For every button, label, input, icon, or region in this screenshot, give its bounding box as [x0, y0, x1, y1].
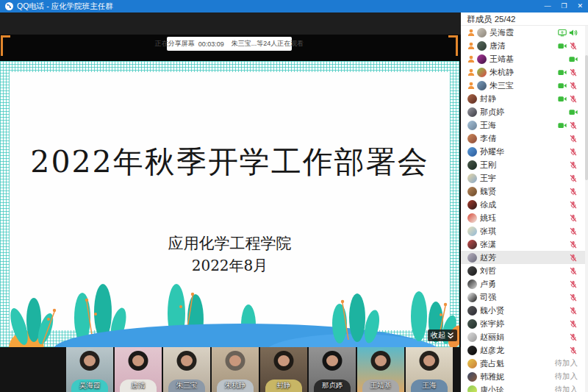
- member-row[interactable]: 王靖基: [461, 52, 585, 65]
- slide-title: 2022年秋季开学工作部署会: [0, 142, 459, 182]
- member-name: 王靖基: [490, 54, 514, 65]
- minimize-button[interactable]: —: [544, 0, 551, 13]
- avatar: [467, 200, 477, 210]
- member-row[interactable]: 朱杭静: [461, 65, 585, 79]
- member-name: 朱三宝: [490, 80, 514, 91]
- member-name: 那贞婷: [480, 107, 504, 118]
- member-row[interactable]: 赵芳: [461, 251, 585, 264]
- member-badge-icon: [467, 29, 475, 36]
- video-tile[interactable]: 朱杭静: [212, 347, 259, 392]
- participant-name: 朱三宝: [163, 381, 210, 391]
- member-status-icons: [558, 68, 578, 76]
- member-badge-icon: [467, 42, 475, 49]
- member-row[interactable]: 司强: [461, 291, 585, 304]
- avatar: [467, 319, 477, 329]
- video-tile[interactable]: 那贞婷: [309, 347, 356, 392]
- member-row[interactable]: 刘哲: [461, 264, 585, 277]
- mic-muted-icon: [569, 293, 578, 302]
- participant-name: 吴海霞: [66, 381, 113, 391]
- member-row[interactable]: 姚珏: [461, 211, 585, 224]
- member-name: 魏贤: [480, 186, 496, 197]
- member-name: 赵丽娟: [480, 332, 504, 343]
- video-tile[interactable]: 封静: [260, 347, 307, 392]
- member-row[interactable]: 王海: [461, 118, 585, 132]
- video-tile[interactable]: 吴海霞: [66, 347, 113, 392]
- member-row[interactable]: 张潇: [461, 238, 585, 251]
- member-row[interactable]: 王刚: [461, 158, 585, 171]
- member-badge-icon: [467, 68, 475, 76]
- member-status-icons: [569, 267, 578, 275]
- mic-muted-icon: [569, 254, 578, 262]
- mic-muted-icon: [569, 82, 578, 90]
- avatar: [467, 187, 477, 196]
- slide-date: 2022年8月: [0, 256, 459, 276]
- member-row[interactable]: 徐成: [461, 198, 585, 211]
- close-button[interactable]: ✕: [577, 0, 583, 13]
- chevron-double-down-icon: [447, 332, 454, 339]
- mic-muted-icon: [569, 346, 578, 354]
- video-tile[interactable]: 王靖基: [357, 347, 404, 392]
- member-name: 吴海霞: [490, 27, 514, 38]
- member-row[interactable]: 那贞婷: [461, 105, 585, 118]
- video-tile[interactable]: 朱三宝: [163, 347, 210, 392]
- member-row[interactable]: 韩雅妮待加入: [461, 370, 585, 383]
- member-status-icons: [569, 135, 578, 143]
- participant-name: 朱杭静: [212, 381, 259, 391]
- member-name: 赵彦龙: [480, 345, 504, 356]
- avatar: [477, 54, 487, 64]
- avatar: [467, 332, 477, 342]
- video-tile[interactable]: 唐清: [115, 347, 162, 392]
- member-row[interactable]: 朱三宝: [461, 79, 585, 92]
- pending-join-label: 待加入: [555, 385, 578, 392]
- camera-on-icon: [558, 42, 567, 50]
- avatar: [477, 68, 487, 77]
- camera-on-icon: [558, 121, 567, 129]
- member-name: 王刚: [480, 160, 496, 171]
- mic-muted-icon: [569, 227, 578, 235]
- member-row[interactable]: 王宇: [461, 171, 585, 185]
- member-row[interactable]: 赵丽娟: [461, 330, 585, 343]
- member-row[interactable]: 魏小贤: [461, 304, 585, 317]
- avatar: [467, 160, 477, 170]
- participant-face: [278, 355, 290, 366]
- member-row[interactable]: 卢勇: [461, 277, 585, 291]
- member-name: 龚占魁: [480, 358, 504, 369]
- camera-on-icon: [558, 95, 567, 103]
- member-row[interactable]: 魏贤: [461, 185, 585, 198]
- member-row[interactable]: 康小珍待加入: [461, 383, 585, 392]
- mic-muted-icon: [569, 307, 578, 315]
- participant-name: 那贞婷: [309, 381, 356, 391]
- camera-on-icon: [558, 68, 567, 76]
- qq-call-icon: [5, 2, 13, 10]
- pending-join-label: 待加入: [555, 358, 578, 368]
- member-row[interactable]: 唐清: [461, 39, 585, 52]
- member-row[interactable]: 李倩: [461, 132, 585, 145]
- member-row[interactable]: 张琪: [461, 224, 585, 238]
- scrollbar-track[interactable]: [585, 26, 588, 392]
- mic-muted-icon: [569, 201, 578, 209]
- member-row[interactable]: 封静: [461, 92, 585, 105]
- pending-join-label: 待加入: [555, 371, 578, 382]
- scrollbar-thumb[interactable]: [585, 55, 588, 180]
- screen-share-area: 正在分享屏幕 00:03:09 朱三宝...等24人正在观看 2022年秋季开学…: [0, 13, 461, 392]
- app-body: 正在分享屏幕 00:03:09 朱三宝...等24人正在观看 2022年秋季开学…: [0, 13, 588, 392]
- member-row[interactable]: 龚占魁待加入: [461, 357, 585, 370]
- member-row[interactable]: 孙耀华: [461, 145, 585, 158]
- avatar: [467, 227, 477, 236]
- member-row[interactable]: 吴海霞: [461, 26, 585, 39]
- member-row[interactable]: 赵彦龙: [461, 343, 585, 357]
- member-name: 张潇: [480, 239, 496, 250]
- member-status-icons: [569, 254, 578, 262]
- video-tile[interactable]: 王海: [406, 347, 453, 392]
- collapse-strip-button[interactable]: 收起: [428, 329, 457, 341]
- member-status-icons: [569, 346, 578, 354]
- member-badge-icon: [467, 82, 475, 89]
- member-row[interactable]: 张宇婷: [461, 317, 585, 330]
- member-name: 姚珏: [480, 213, 496, 224]
- maximize-button[interactable]: ❐: [561, 0, 567, 13]
- member-panel: 群成员 25/42 吴海霞唐清王靖基朱杭静朱三宝封静那贞婷王海李倩孙耀华王刚王宇…: [461, 13, 588, 392]
- avatar: [467, 94, 477, 104]
- video-thumbnail-strip: 吴海霞唐清朱三宝朱杭静封静那贞婷王靖基王海: [0, 347, 461, 392]
- member-status-icons: [569, 174, 578, 182]
- mic-muted-icon: [569, 42, 578, 50]
